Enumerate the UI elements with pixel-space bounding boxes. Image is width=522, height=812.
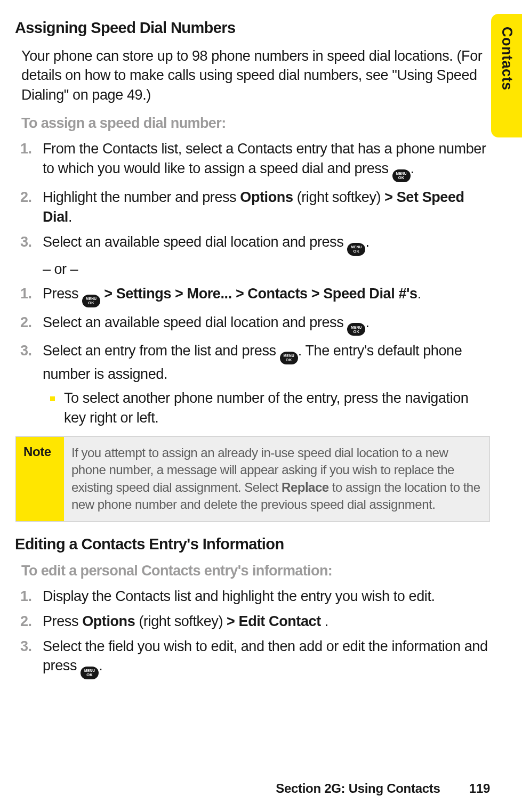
- step-item: 1. From the Contacts list, select a Cont…: [43, 139, 490, 182]
- step-text: From the Contacts list, select a Contact…: [43, 141, 486, 176]
- note-box: Note If you attempt to assign an already…: [15, 436, 490, 522]
- bold-term: Options: [82, 613, 135, 629]
- step-number: 3.: [20, 232, 32, 252]
- menu-ok-icon: MENUOK: [82, 295, 100, 307]
- step-item: 2. Press Options (right softkey) > Edit …: [43, 612, 490, 631]
- menu-ok-icon: MENUOK: [81, 667, 99, 679]
- step-number: 1.: [20, 284, 32, 304]
- page-number: 119: [469, 781, 490, 795]
- menu-ok-icon: MENUOK: [347, 243, 365, 256]
- step-text: Select an entry from the list and press: [43, 343, 280, 359]
- bold-term: Replace: [282, 480, 329, 494]
- steps-list-b: 1. Press MENUOK > Settings > More... > C…: [43, 284, 490, 428]
- step-text: (right softkey): [293, 189, 385, 205]
- step-number: 1.: [20, 587, 32, 606]
- step-text: .: [99, 657, 102, 673]
- footer-section: Section 2G: Using Contacts: [276, 781, 440, 795]
- note-body: If you attempt to assign an already in-u…: [64, 437, 489, 521]
- bold-term: > Edit Contact: [227, 613, 321, 629]
- step-text: .: [365, 234, 369, 250]
- step-number: 3.: [20, 637, 32, 656]
- bold-term: Options: [240, 189, 293, 205]
- subheading-edit: To edit a personal Contacts entry's info…: [21, 563, 494, 579]
- or-separator: – or –: [43, 261, 494, 278]
- step-text: (right softkey): [135, 613, 227, 629]
- step-item: 3. Select an available speed dial locati…: [43, 232, 490, 256]
- step-number: 1.: [20, 139, 32, 159]
- step-item: 3. Select the field you wish to edit, an…: [43, 637, 490, 680]
- step-text: Press: [43, 613, 82, 629]
- step-item: 1. Display the Contacts list and highlig…: [43, 587, 490, 606]
- step-text: .: [411, 160, 414, 176]
- steps-list-a: 1. From the Contacts list, select a Cont…: [43, 139, 490, 255]
- step-number: 2.: [20, 612, 32, 631]
- step-text: Select an available speed dial location …: [43, 314, 347, 330]
- menu-ok-icon: MENUOK: [280, 352, 298, 364]
- step-item: 3. Select an entry from the list and pre…: [43, 341, 490, 428]
- step-text: Press: [43, 286, 82, 302]
- step-number: 3.: [20, 341, 32, 361]
- step-text: Highlight the number and press: [43, 189, 240, 205]
- step-item: 1. Press MENUOK > Settings > More... > C…: [43, 284, 490, 307]
- step-text: Select an available speed dial location …: [43, 234, 347, 250]
- sub-item: To select another phone number of the en…: [64, 388, 490, 428]
- step-text: .: [321, 613, 328, 629]
- heading-editing-contacts: Editing a Contacts Entry's Information: [15, 535, 494, 553]
- menu-ok-icon: MENUOK: [392, 169, 411, 182]
- step-number: 2.: [20, 313, 32, 332]
- intro-paragraph: Your phone can store up to 98 phone numb…: [21, 46, 490, 104]
- steps-list-edit: 1. Display the Contacts list and highlig…: [43, 587, 490, 680]
- step-text: .: [365, 314, 369, 330]
- step-text: .: [68, 209, 72, 225]
- step-text: .: [417, 286, 421, 302]
- sub-list: To select another phone number of the en…: [64, 388, 490, 428]
- step-text: Display the Contacts list and highlight …: [43, 588, 435, 604]
- page-footer: Section 2G: Using Contacts 119: [276, 781, 490, 796]
- bold-term: > Settings > More... > Contacts > Speed …: [100, 286, 417, 302]
- step-text: Select the field you wish to edit, and t…: [43, 638, 488, 674]
- step-item: 2. Select an available speed dial locati…: [43, 313, 490, 336]
- step-number: 2.: [20, 188, 32, 207]
- heading-assigning-speed-dial: Assigning Speed Dial Numbers: [15, 19, 494, 37]
- subheading-assign: To assign a speed dial number:: [21, 115, 494, 132]
- step-item: 2. Highlight the number and press Option…: [43, 188, 490, 227]
- menu-ok-icon: MENUOK: [347, 323, 365, 336]
- note-label: Note: [16, 437, 64, 521]
